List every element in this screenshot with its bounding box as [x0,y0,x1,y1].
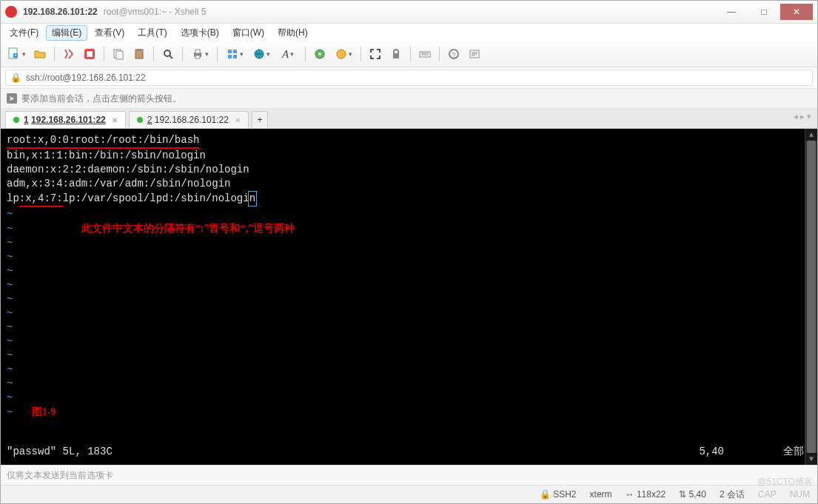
status-dot-icon [13,117,19,123]
menu-help[interactable]: 帮助(H) [272,25,314,41]
status-caps: CAP [758,489,777,500]
svg-rect-22 [393,53,399,58]
scroll-thumb[interactable] [807,141,816,453]
help-icon[interactable]: ? [446,46,462,62]
toolbar: +▾ ▾ ▾ ▾ A▾ ▾ ? [1,41,817,67]
status-dot-icon [137,117,143,123]
scroll-down-icon[interactable]: ▼ [805,453,817,465]
print-icon[interactable]: ▾ [189,46,211,62]
svg-text:?: ? [452,51,455,58]
maximize-button[interactable]: □ [748,4,780,20]
window-title-sub: root@vms001:~ - Xshell 5 [104,7,207,17]
menu-window[interactable]: 窗口(W) [227,25,270,41]
svg-point-20 [318,53,321,56]
translate-icon[interactable]: ▾ [332,46,355,62]
compose-icon[interactable] [466,46,483,62]
annotation: 此文件中文本的分隔符有“:”冒号和“,”逗号两种 [81,223,295,234]
app-icon [5,6,17,18]
menu-tabs[interactable]: 选项卡(B) [175,25,225,41]
vim-statusline: "passwd" 5L, 183C 5,40 全部 [7,445,804,459]
terminal-line: daemon:x:2:2:daemon:/sbin:/sbin/nologin [7,164,249,175]
terminal[interactable]: root:x,0:0:root:/root:/bin/bash bin,x:1:… [1,129,817,465]
svg-text:+: + [13,53,16,58]
menubar: 文件(F) 编辑(E) 查看(V) 工具(T) 选项卡(B) 窗口(W) 帮助(… [1,24,817,41]
paste-icon[interactable] [131,46,147,62]
address-field[interactable]: 🔒 ssh://root@192.168.26.101:22 [5,70,813,86]
keyboard-icon[interactable] [417,46,433,62]
disconnect-icon[interactable] [81,46,98,62]
quickcmd-icon[interactable] [61,46,77,62]
lock-small-icon: 🔒 [10,73,21,83]
terminal-line: root:x,0:0:root:/root:/bin/bash [7,134,199,146]
svg-rect-17 [233,55,237,58]
new-session-icon[interactable]: +▾ [5,46,27,62]
status-sessions: 2 会话 [720,488,745,501]
figure-label: 图1-9 [32,406,56,417]
tab-close-icon[interactable]: ✕ [235,116,241,124]
fullscreen-icon[interactable] [367,46,383,62]
terminal-scrollbar[interactable]: ▲ ▼ [805,129,817,465]
close-button[interactable]: ✕ [780,4,813,20]
menu-edit[interactable]: 编辑(E) [46,25,87,41]
status-size: ↔ 118x22 [626,489,666,500]
svg-rect-12 [195,50,200,53]
sendbar[interactable]: 仅将文本发送到当前选项卡 [1,465,817,485]
addressbar: 🔒 ssh://root@192.168.26.101:22 [1,67,817,89]
menu-view[interactable]: 查看(V) [89,25,130,41]
app-window: 192.168.26.101:22 root@vms001:~ - Xshell… [0,0,818,504]
tab-nav[interactable]: ◂ ▸ ▾ [794,112,811,121]
svg-line-10 [170,56,172,58]
hint-text: 要添加当前会话，点击左侧的箭头按钮。 [21,93,181,105]
tabbar: 1 192.168.26.101:22 ✕ 2 192.168.26.101:2… [1,109,817,129]
terminal-line: lp:x,4:7:lp:/var/spool/lpd:/sbin/nologin [7,192,257,204]
status-cursor: ⇅ 5,40 [679,489,706,500]
menu-tools[interactable]: 工具(T) [132,25,172,41]
status-num: NUM [790,489,810,500]
watermark: @51CTO博客 [757,477,813,487]
svg-rect-4 [87,51,93,57]
svg-rect-16 [228,55,232,58]
svg-rect-13 [195,56,200,58]
properties-icon[interactable]: ▾ [224,46,246,62]
copy-icon[interactable] [110,46,127,62]
svg-point-21 [337,50,346,58]
terminal-line: adm,x:3:4:adm:/var/adm:/sbin/nologin [7,178,230,189]
svg-rect-15 [233,50,237,53]
status-proto: 🔒 SSH2 [540,489,577,500]
status-termtype: xterm [590,489,612,500]
terminal-line: bin,x:1:1:bin:/bin:/sbin/nologin [7,149,206,161]
statusbar: 🔒 SSH2 xterm ↔ 118x22 ⇅ 5,40 2 会话 CAP NU… [1,485,817,503]
tab-close-icon[interactable]: ✕ [112,116,118,124]
session-tab-1[interactable]: 1 192.168.26.101:22 ✕ [5,111,126,128]
menu-file[interactable]: 文件(F) [4,25,44,41]
open-icon[interactable] [32,46,48,62]
address-text: ssh://root@192.168.26.101:22 [26,73,146,83]
minimize-button[interactable]: — [715,4,748,20]
add-tab-button[interactable]: + [252,111,268,128]
titlebar: 192.168.26.101:22 root@vms001:~ - Xshell… [1,1,817,24]
lock-icon[interactable] [388,46,404,62]
find-icon[interactable] [160,46,176,62]
svg-rect-8 [137,49,141,51]
hint-icon[interactable]: ➤ [7,93,17,104]
font-icon[interactable]: A▾ [277,46,299,62]
svg-rect-14 [228,50,232,53]
hintbar: ➤ 要添加当前会话，点击左侧的箭头按钮。 [1,89,817,109]
sendbar-placeholder: 仅将文本发送到当前选项卡 [7,469,113,482]
session-tab-2[interactable]: 2 192.168.26.101:22 ✕ [129,111,249,128]
colors-icon[interactable] [312,46,328,62]
window-title-main: 192.168.26.101:22 [23,7,98,17]
svg-rect-6 [116,51,123,59]
svg-point-9 [164,50,170,56]
globe-icon[interactable]: ▾ [250,46,272,62]
scroll-up-icon[interactable]: ▲ [805,129,817,141]
